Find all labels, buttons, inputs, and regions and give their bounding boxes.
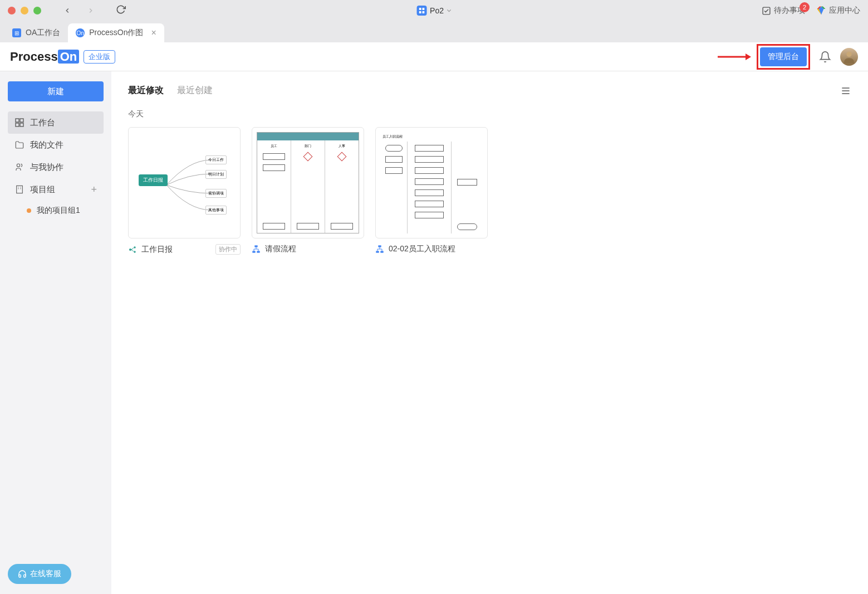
svg-rect-2 xyxy=(419,11,421,13)
tab-recent-created[interactable]: 最近创建 xyxy=(177,85,213,99)
view-toggle-button[interactable] xyxy=(840,85,851,99)
nav-arrows xyxy=(61,4,97,17)
notification-button[interactable] xyxy=(819,51,831,63)
nav-label: 与我协作 xyxy=(30,162,63,173)
nav-label: 工作台 xyxy=(30,118,55,128)
file-card[interactable]: 工作日报 今日工作 明日计划 需协调项 其他事项 工作日报 协作中 xyxy=(128,127,241,255)
checklist-icon xyxy=(762,6,771,16)
svg-rect-13 xyxy=(17,186,23,193)
close-icon[interactable]: × xyxy=(151,28,156,38)
svg-rect-10 xyxy=(16,123,19,126)
svg-point-12 xyxy=(17,164,19,167)
traffic-lights xyxy=(8,7,41,14)
svg-rect-33 xyxy=(378,245,381,247)
svg-rect-11 xyxy=(20,123,23,126)
collab-badge: 协作中 xyxy=(215,244,241,255)
nav-myfiles[interactable]: 我的文件 xyxy=(8,134,104,156)
tab-label: ProcessOn作图 xyxy=(89,28,143,38)
new-button[interactable]: 新建 xyxy=(8,81,104,101)
file-card[interactable]: 员工入职流程 02-02员工入职流程 xyxy=(375,127,488,255)
svg-rect-0 xyxy=(419,8,421,10)
diamond-icon xyxy=(816,6,826,16)
list-icon xyxy=(840,85,851,96)
refresh-button[interactable] xyxy=(116,4,126,17)
project-label: 我的项目组1 xyxy=(37,206,80,216)
tab-bar: ⊞ OA工作台 On ProcessOn作图 × xyxy=(0,21,868,42)
card-title: 工作日报 xyxy=(141,245,173,255)
svg-rect-9 xyxy=(20,119,23,122)
dashboard-icon xyxy=(14,118,24,128)
minimize-window[interactable] xyxy=(21,7,28,14)
dropdown-icon[interactable] xyxy=(447,8,452,13)
svg-rect-1 xyxy=(422,8,424,10)
close-window[interactable] xyxy=(8,7,16,14)
svg-rect-8 xyxy=(16,119,19,122)
nav-list: 工作台 我的文件 与我协作 项目组 + 我的项目组1 xyxy=(8,111,104,221)
tab-icon: On xyxy=(76,28,85,37)
flowchart-icon xyxy=(375,245,384,254)
tab-label: OA工作台 xyxy=(26,28,60,38)
logo[interactable]: ProcessOn xyxy=(10,50,79,64)
svg-point-21 xyxy=(129,249,131,251)
content-area: 最近修改 最近创建 今天 工作日报 xyxy=(111,71,868,594)
svg-rect-28 xyxy=(257,251,259,252)
window-titlebar: Po2 待办事项 2 应用中心 xyxy=(0,0,868,21)
headset-icon xyxy=(18,569,27,578)
svg-rect-27 xyxy=(252,251,255,252)
nav-workspace[interactable]: 工作台 xyxy=(8,111,104,134)
card-preview: 员工入职流程 xyxy=(375,127,488,238)
file-card[interactable]: 员工 部门 人事 请假流程 xyxy=(252,127,364,255)
support-label: 在线客服 xyxy=(30,569,61,579)
main-area: 新建 工作台 我的文件 与我协作 项目组 + 我的项目组1 xyxy=(0,71,868,594)
svg-rect-35 xyxy=(380,251,383,252)
arrow-annotation xyxy=(718,51,751,62)
nav-label: 我的文件 xyxy=(30,140,63,150)
nav-projects[interactable]: 项目组 + xyxy=(8,178,104,201)
content-tabs: 最近修改 最近创建 xyxy=(128,85,851,99)
svg-rect-26 xyxy=(254,245,257,247)
enterprise-badge: 企业版 xyxy=(84,50,115,64)
todo-badge: 2 xyxy=(800,2,810,12)
maximize-window[interactable] xyxy=(33,7,41,14)
card-preview: 工作日报 今日工作 明日计划 需协调项 其他事项 xyxy=(128,127,241,238)
tab-processon[interactable]: On ProcessOn作图 × xyxy=(68,23,164,42)
back-button[interactable] xyxy=(61,4,73,17)
svg-marker-6 xyxy=(746,53,751,60)
user-avatar[interactable] xyxy=(840,48,858,66)
nav-shared[interactable]: 与我协作 xyxy=(8,156,104,178)
svg-rect-3 xyxy=(422,11,424,13)
people-icon xyxy=(14,162,24,172)
tab-recent-modified[interactable]: 最近修改 xyxy=(128,85,164,99)
admin-button[interactable]: 管理后台 xyxy=(760,47,807,66)
window-title: Po2 xyxy=(416,6,452,16)
sidebar: 新建 工作台 我的文件 与我协作 项目组 + 我的项目组1 xyxy=(0,71,111,594)
forward-button[interactable] xyxy=(85,4,97,17)
project-item[interactable]: 我的项目组1 xyxy=(8,201,104,221)
logo-part1: Process xyxy=(10,50,58,64)
highlight-annotation: 管理后台 xyxy=(757,44,810,70)
folder-icon xyxy=(14,140,24,150)
project-dot-icon xyxy=(27,208,31,213)
app-center-label: 应用中心 xyxy=(829,6,860,16)
flowchart-icon xyxy=(252,245,261,254)
support-button[interactable]: 在线客服 xyxy=(8,564,71,584)
add-project-button[interactable]: + xyxy=(91,184,97,196)
tab-icon: ⊞ xyxy=(12,28,21,37)
section-label: 今天 xyxy=(128,109,851,119)
mindmap-icon xyxy=(128,245,137,254)
todo-button[interactable]: 待办事项 2 xyxy=(762,6,805,16)
app-center-button[interactable]: 应用中心 xyxy=(816,6,860,16)
card-title: 请假流程 xyxy=(265,244,296,254)
building-icon xyxy=(14,184,24,194)
svg-point-7 xyxy=(846,51,851,56)
svg-line-24 xyxy=(131,247,134,249)
logo-part2: On xyxy=(58,50,80,64)
svg-point-23 xyxy=(134,251,135,252)
tab-oa[interactable]: ⊞ OA工作台 xyxy=(4,23,68,42)
card-preview: 员工 部门 人事 xyxy=(252,127,364,238)
card-grid: 工作日报 今日工作 明日计划 需协调项 其他事项 工作日报 协作中 xyxy=(128,127,851,255)
app-icon xyxy=(416,6,426,16)
bell-icon xyxy=(819,51,831,63)
card-title: 02-02员工入职流程 xyxy=(389,244,455,254)
title-text: Po2 xyxy=(430,6,444,15)
